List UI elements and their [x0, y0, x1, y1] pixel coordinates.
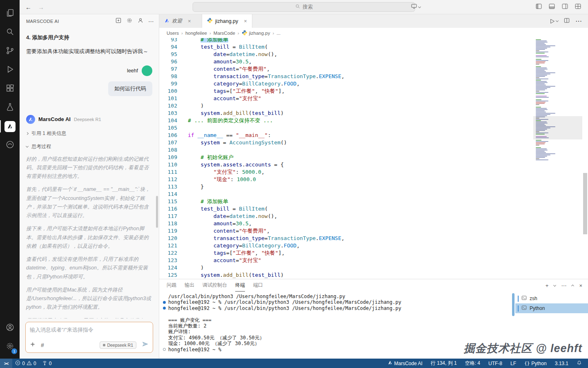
agent-icon[interactable] — [137, 17, 144, 25]
minimap-viewport[interactable] — [533, 116, 582, 139]
code-line[interactable]: system = AccountingSystem() — [188, 139, 533, 146]
panel-tab-输出[interactable]: 输出 — [185, 279, 194, 292]
chat-input[interactable]: 输入消息或者"/"来选择指令 # Deepseek R1 — [25, 322, 153, 353]
sidebar-item-extensions[interactable] — [0, 79, 20, 98]
language-mode[interactable]: {} Python — [521, 359, 550, 368]
terminal-instance-zsh[interactable]: zsh — [515, 294, 588, 303]
close-tab-icon[interactable]: × — [188, 18, 191, 24]
code-line[interactable]: category=BillCategory.FOOD, — [188, 80, 533, 88]
code-line[interactable]: category=BillCategory.FOOD, — [188, 242, 533, 249]
python-version[interactable]: 3.13.1 — [552, 359, 571, 368]
breadcrumb-item[interactable]: MarsCode — [214, 31, 235, 36]
code-line[interactable]: amount=30.5, — [188, 220, 533, 227]
customize-layout-icon[interactable] — [575, 3, 581, 11]
code-line[interactable] — [188, 191, 533, 198]
split-editor-icon[interactable] — [564, 17, 570, 25]
remote-indicator[interactable]: >< — [0, 359, 12, 368]
references-toggle[interactable]: 引用 1 相关信息 — [26, 130, 152, 137]
maximize-panel-icon[interactable] — [571, 285, 574, 287]
sidebar-item-run-debug[interactable] — [0, 61, 20, 79]
terminal-scrollbar[interactable] — [511, 292, 515, 359]
editor-scrollbar[interactable] — [582, 38, 588, 279]
panel-tab-调试控制台[interactable]: 调试控制台 — [203, 279, 227, 292]
notifications-bell[interactable] — [574, 359, 585, 368]
chat-settings-icon[interactable] — [126, 17, 133, 25]
sparkle-icon[interactable] — [30, 341, 36, 349]
chat-scroll-area[interactable]: 4. 添加多用户支持 需要添加具体功能实现或调整结构可以随时告诉我～ leehf… — [20, 28, 159, 319]
model-selector[interactable]: Deepseek R1 — [100, 341, 136, 349]
code-line[interactable]: transaction_type=TransactionType.EXPENSE… — [188, 235, 533, 242]
search-box[interactable]: 搜索 — [193, 2, 415, 12]
sidebar-item-testing[interactable] — [0, 98, 20, 117]
sidebar-item-python-extension[interactable] — [0, 136, 20, 155]
send-icon[interactable] — [142, 341, 149, 349]
code-editor[interactable]: 9394959697989910010110210310410510610710… — [159, 38, 588, 279]
code-line[interactable]: system.add_bill(test_bill) — [188, 272, 533, 279]
eol-selector[interactable]: LF — [508, 359, 519, 368]
code-line[interactable]: if __name__ == "__main__": — [188, 132, 533, 139]
code-line[interactable]: date=datetime.now(), — [188, 51, 533, 58]
code-line[interactable]: test_bill = BillItem( — [188, 205, 533, 213]
breadcrumb-item[interactable]: ... — [276, 31, 281, 36]
toggle-secondary-sidebar-icon[interactable] — [561, 3, 568, 11]
code-line[interactable]: system.add_bill(test_bill) — [188, 110, 533, 117]
sidebar-item-source-control[interactable] — [0, 42, 20, 61]
code-line[interactable]: amount=30.5, — [188, 58, 533, 65]
breadcrumb-item[interactable]: hongfeilee — [185, 31, 207, 36]
new-chat-icon[interactable] — [115, 17, 122, 25]
code-line[interactable]: } — [188, 183, 533, 191]
code-line[interactable]: # 初始化账户 — [188, 154, 533, 161]
hash-icon[interactable]: # — [41, 342, 44, 348]
settings-button[interactable]: 1 — [0, 337, 20, 356]
tab-jizhang.py[interactable]: jizhang.py× — [202, 14, 252, 28]
editor-more-actions-icon[interactable]: ⋯ — [575, 17, 582, 25]
code-line[interactable] — [188, 146, 533, 154]
minimap[interactable] — [533, 38, 582, 279]
code-line[interactable]: ) — [188, 264, 533, 272]
toggle-primary-sidebar-icon[interactable] — [535, 3, 542, 11]
terminal-profile-dropdown-icon[interactable] — [553, 283, 556, 286]
tab-欢迎[interactable]: 欢迎× — [159, 14, 202, 28]
indentation[interactable]: 空格: 4 — [462, 359, 483, 368]
code-line[interactable]: content="午餐费用", — [188, 65, 533, 73]
code-lines[interactable]: # 添加账单 test_bill = BillItem( date=dateti… — [188, 38, 533, 279]
code-line[interactable] — [188, 124, 533, 132]
terminal-scrollbar-thumb[interactable] — [512, 293, 514, 316]
close-tab-icon[interactable]: × — [244, 18, 247, 24]
sidebar-scrollbar[interactable] — [156, 196, 158, 228]
code-line[interactable]: # 添加账单 — [188, 198, 533, 205]
panel-tab-终端[interactable]: 终端 — [235, 279, 245, 292]
marscode-status[interactable]: MarsCode AI — [385, 359, 425, 368]
new-terminal-icon[interactable]: + — [546, 283, 549, 289]
encoding[interactable]: UTF-8 — [486, 359, 505, 368]
account-button[interactable] — [0, 319, 20, 337]
run-button[interactable] — [549, 18, 558, 25]
sidebar-item-marscode-ai[interactable] — [0, 117, 20, 136]
code-line[interactable]: tags=["工作餐", "快餐"], — [188, 88, 533, 95]
layout-selector[interactable] — [411, 3, 421, 11]
code-line[interactable]: test_bill = BillItem( — [188, 43, 533, 51]
code-line[interactable]: account="支付宝" — [188, 257, 533, 264]
code-line[interactable]: content="午餐费用", — [188, 227, 533, 235]
breadcrumb-item[interactable]: Users — [167, 31, 179, 36]
sidebar-item-search[interactable] — [0, 23, 20, 42]
toggle-panel-icon[interactable] — [548, 3, 555, 11]
scrollbar-thumb[interactable] — [583, 173, 587, 234]
code-line[interactable]: date=datetime.now(), — [188, 213, 533, 220]
thinking-toggle[interactable]: 思考过程 — [26, 143, 152, 150]
cursor-position[interactable]: 行 134, 列 1 — [428, 359, 460, 368]
code-line[interactable]: # 添加账单 — [188, 38, 533, 43]
problems-status[interactable]: 0 0 — [12, 359, 39, 368]
forward-button[interactable]: → — [38, 4, 44, 11]
ports-status[interactable]: 0 — [39, 359, 55, 368]
code-line[interactable]: "支付宝": 5000.0, — [188, 168, 533, 176]
code-line[interactable]: system.assets.accounts = { — [188, 161, 533, 168]
panel-tab-端口[interactable]: 端口 — [253, 279, 263, 292]
code-line[interactable]: tags=["工作餐", "快餐"], — [188, 249, 533, 257]
code-line[interactable]: "现金": 1000.0 — [188, 176, 533, 183]
back-button[interactable]: ← — [25, 4, 31, 11]
panel-tab-问题[interactable]: 问题 — [167, 279, 176, 292]
panel-more-actions-icon[interactable]: ⋯ — [561, 283, 566, 289]
code-line[interactable]: transaction_type=TransactionType.EXPENSE… — [188, 73, 533, 80]
code-line[interactable]: # ... 前面的类定义保持不变 ... — [188, 117, 533, 124]
